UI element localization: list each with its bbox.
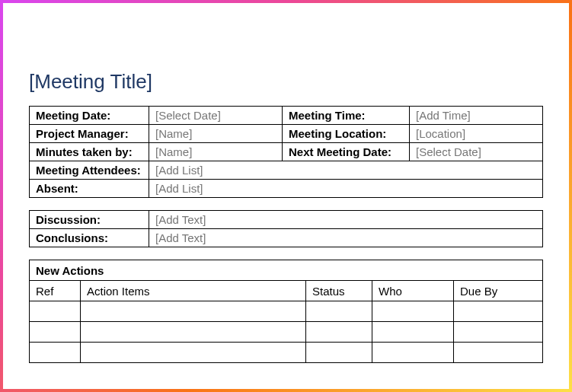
action-ref-cell[interactable] <box>30 343 81 363</box>
action-who-cell[interactable] <box>372 343 454 363</box>
table-row: Discussion: [Add Text] <box>30 211 543 229</box>
new-actions-header: New Actions <box>30 260 543 281</box>
meeting-time-label: Meeting Time: <box>283 107 410 125</box>
table-row <box>30 322 543 343</box>
table-row: Conclusions: [Add Text] <box>30 229 543 247</box>
conclusions-field[interactable]: [Add Text] <box>149 229 543 247</box>
meeting-date-field[interactable]: [Select Date] <box>149 107 283 125</box>
action-who-cell[interactable] <box>372 301 454 322</box>
meeting-attendees-label: Meeting Attendees: <box>30 161 149 180</box>
table-row: Minutes taken by: [Name] Next Meeting Da… <box>30 143 543 161</box>
minutes-taken-by-field[interactable]: [Name] <box>149 143 283 161</box>
discussion-table: Discussion: [Add Text] Conclusions: [Add… <box>29 210 543 247</box>
action-items-cell[interactable] <box>81 301 306 322</box>
next-meeting-date-field[interactable]: [Select Date] <box>410 143 543 161</box>
discussion-field[interactable]: [Add Text] <box>149 211 543 229</box>
meeting-date-label: Meeting Date: <box>30 107 149 125</box>
absent-label: Absent: <box>30 180 149 198</box>
action-ref-cell[interactable] <box>30 301 81 322</box>
table-row: Meeting Date: [Select Date] Meeting Time… <box>30 107 543 125</box>
document-page: [Meeting Title] Meeting Date: [Select Da… <box>3 3 569 389</box>
action-status-cell[interactable] <box>306 322 372 343</box>
project-manager-label: Project Manager: <box>30 125 149 143</box>
next-meeting-date-label: Next Meeting Date: <box>283 143 410 161</box>
absent-field[interactable]: [Add List] <box>149 180 543 198</box>
table-row <box>30 301 543 322</box>
table-row: Absent: [Add List] <box>30 180 543 198</box>
col-due-by: Due By <box>454 281 543 301</box>
col-who: Who <box>372 281 454 301</box>
table-row: Project Manager: [Name] Meeting Location… <box>30 125 543 143</box>
action-items-cell[interactable] <box>81 343 306 363</box>
table-row: Ref Action Items Status Who Due By <box>30 281 543 301</box>
meeting-time-field[interactable]: [Add Time] <box>410 107 543 125</box>
action-who-cell[interactable] <box>372 322 454 343</box>
action-due-cell[interactable] <box>454 301 543 322</box>
faint-header <box>29 24 543 65</box>
minutes-taken-by-label: Minutes taken by: <box>30 143 149 161</box>
action-due-cell[interactable] <box>454 322 543 343</box>
col-status: Status <box>306 281 372 301</box>
action-ref-cell[interactable] <box>30 322 81 343</box>
project-manager-field[interactable]: [Name] <box>149 125 283 143</box>
action-status-cell[interactable] <box>306 343 372 363</box>
discussion-label: Discussion: <box>30 211 149 229</box>
new-actions-table: New Actions Ref Action Items Status Who … <box>29 260 543 363</box>
action-items-cell[interactable] <box>81 322 306 343</box>
conclusions-label: Conclusions: <box>30 229 149 247</box>
action-due-cell[interactable] <box>454 343 543 363</box>
table-row: New Actions <box>30 260 543 281</box>
meeting-attendees-field[interactable]: [Add List] <box>149 161 543 180</box>
action-status-cell[interactable] <box>306 301 372 322</box>
gradient-frame: [Meeting Title] Meeting Date: [Select Da… <box>0 0 572 392</box>
meeting-title[interactable]: [Meeting Title] <box>29 70 543 94</box>
meeting-details-table: Meeting Date: [Select Date] Meeting Time… <box>29 106 543 198</box>
col-ref: Ref <box>30 281 81 301</box>
col-action-items: Action Items <box>81 281 306 301</box>
table-row <box>30 343 543 363</box>
meeting-location-label: Meeting Location: <box>283 125 410 143</box>
table-row: Meeting Attendees: [Add List] <box>30 161 543 180</box>
meeting-location-field[interactable]: [Location] <box>410 125 543 143</box>
